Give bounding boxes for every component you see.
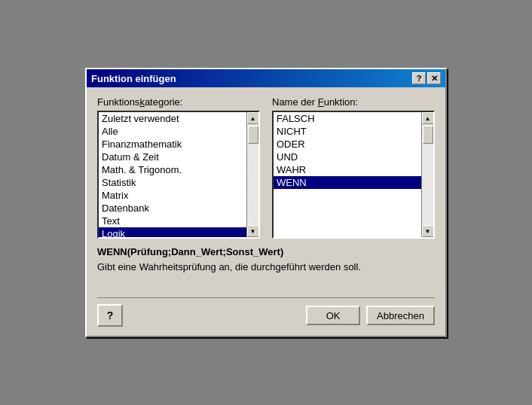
category-item[interactable]: Datenbank <box>99 202 246 215</box>
function-item[interactable]: FALSCH <box>274 112 421 125</box>
category-item[interactable]: Statistik <box>99 176 246 189</box>
fn-scrollbar-down-btn[interactable]: ▼ <box>422 225 434 237</box>
category-item[interactable]: Alle <box>99 125 246 138</box>
scrollbar-thumb[interactable] <box>248 126 258 144</box>
category-item[interactable]: Datum & Zeit <box>99 151 246 163</box>
bottom-row: ? OK Abbrechen <box>97 304 435 327</box>
category-item[interactable]: Finanzmathematik <box>99 138 246 151</box>
category-item[interactable]: Logik <box>99 227 246 237</box>
function-label: Name der Funktion: <box>272 96 435 108</box>
help-title-btn[interactable]: ? <box>412 72 426 84</box>
scrollbar-up-btn[interactable]: ▲ <box>247 112 259 124</box>
fn-scrollbar-track-area <box>422 124 434 225</box>
fn-scrollbar-thumb[interactable] <box>423 126 433 144</box>
function-listbox[interactable]: FALSCHNICHTODERUNDWAHRWENN <box>274 112 421 237</box>
category-scrollbar[interactable]: ▲ ▼ <box>246 112 258 237</box>
dialog-body: Funktionskategorie: Zuletzt verwendetAll… <box>87 87 445 336</box>
dialog-window: Funktion einfügen ? ✕ Funktionskategorie… <box>85 68 447 337</box>
function-signature: WENN(Prüfung;Dann_Wert;Sonst_Wert) <box>97 246 435 257</box>
function-item[interactable]: UND <box>274 151 421 163</box>
divider <box>97 297 435 298</box>
function-item[interactable]: WAHR <box>274 163 421 176</box>
category-listbox-container: Zuletzt verwendetAlleFinanzmathematikDat… <box>97 111 260 239</box>
help-button[interactable]: ? <box>97 304 123 327</box>
category-column: Funktionskategorie: Zuletzt verwendetAll… <box>97 96 260 239</box>
columns-row: Funktionskategorie: Zuletzt verwendetAll… <box>97 96 435 239</box>
function-item[interactable]: NICHT <box>274 125 421 138</box>
function-column: Name der Funktion: FALSCHNICHTODERUNDWAH… <box>272 96 435 239</box>
function-item[interactable]: WENN <box>274 176 421 189</box>
function-scrollbar[interactable]: ▲ ▼ <box>421 112 433 237</box>
title-bar: Funktion einfügen ? ✕ <box>87 69 445 87</box>
ok-button[interactable]: OK <box>306 306 360 325</box>
category-item[interactable]: Zuletzt verwendet <box>99 112 246 125</box>
category-item[interactable]: Text <box>99 215 246 227</box>
btn-group: OK Abbrechen <box>306 306 435 325</box>
category-label: Funktionskategorie: <box>97 96 260 108</box>
function-item[interactable]: ODER <box>274 138 421 151</box>
category-item[interactable]: Math. & Trigonom. <box>99 163 246 176</box>
close-title-btn[interactable]: ✕ <box>427 72 441 84</box>
function-listbox-container: FALSCHNICHTODERUNDWAHRWENN ▲ ▼ <box>272 111 435 239</box>
cancel-button[interactable]: Abbrechen <box>366 306 435 325</box>
function-description: Gibt eine Wahrheitsprüfung an, die durch… <box>97 260 435 274</box>
category-listbox[interactable]: Zuletzt verwendetAlleFinanzmathematikDat… <box>99 112 246 237</box>
fn-scrollbar-up-btn[interactable]: ▲ <box>422 112 434 124</box>
scrollbar-track-area <box>247 124 259 225</box>
category-item[interactable]: Matrix <box>99 189 246 202</box>
dialog-title: Funktion einfügen <box>91 73 176 84</box>
description-area: WENN(Prüfung;Dann_Wert;Sonst_Wert) Gibt … <box>97 246 435 291</box>
scrollbar-down-btn[interactable]: ▼ <box>247 225 259 237</box>
title-bar-buttons: ? ✕ <box>412 72 441 84</box>
